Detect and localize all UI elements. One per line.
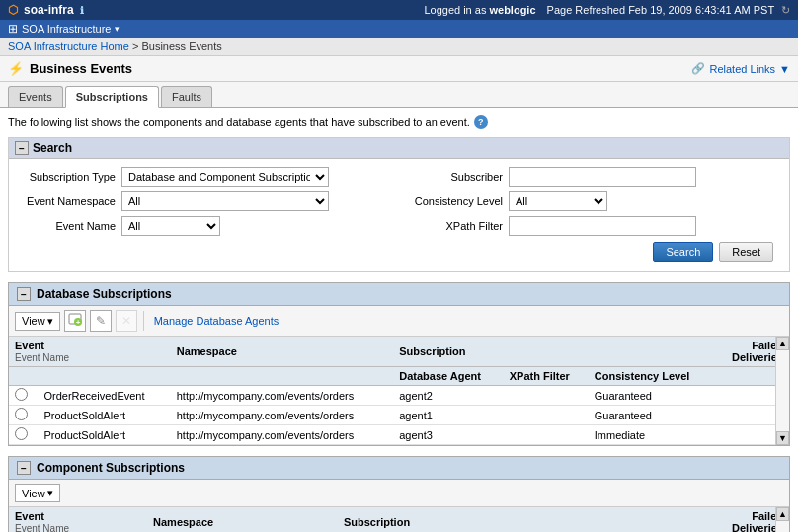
breadcrumb-current: Business Events: [141, 40, 221, 52]
related-links-btn[interactable]: 🔗 Related Links ▼: [691, 62, 790, 75]
soa-grid-icon: ⊞: [8, 22, 18, 36]
row-radio[interactable]: [15, 388, 28, 401]
comp-subscriptions-title: Component Subscriptions: [37, 461, 185, 475]
row-consistency: Guaranteed: [589, 386, 715, 406]
event-name-label: Event Name: [17, 220, 116, 232]
db-view-arrow[interactable]: ▾: [47, 315, 53, 328]
scroll-up-btn[interactable]: ▲: [776, 337, 789, 350]
consistency-row: Consistency Level All Immediate Guarante…: [404, 191, 781, 211]
th-namespace: Namespace: [171, 337, 393, 367]
manage-db-agents-link[interactable]: Manage Database Agents: [154, 315, 279, 327]
tab-subscriptions[interactable]: Subscriptions: [65, 86, 159, 108]
subscriber-input[interactable]: [509, 167, 696, 187]
row-db-agent: agent3: [393, 425, 504, 445]
related-links-label[interactable]: Related Links: [709, 63, 775, 75]
event-namespace-row: Event Namespace All: [17, 191, 394, 211]
row-checkbox: [9, 386, 38, 406]
event-namespace-select[interactable]: All: [121, 191, 329, 211]
row-checkbox: [9, 425, 38, 445]
related-links-arrow[interactable]: ▼: [779, 63, 790, 75]
comp-view-label: View: [22, 488, 45, 499]
tab-faults[interactable]: Faults: [161, 86, 212, 107]
comp-th-subscription: Subscription: [338, 507, 726, 532]
search-header[interactable]: − Search: [9, 138, 789, 159]
subscriber-label: Subscriber: [404, 171, 503, 183]
row-event-name: ProductSoldAlert: [38, 425, 170, 445]
th-subscription: Subscription: [393, 337, 714, 367]
db-add-icon: +: [68, 313, 82, 330]
soa-icon: ⬡: [8, 3, 18, 17]
comp-subscriptions-header: − Component Subscriptions: [9, 457, 789, 480]
app-info: ⬡ soa-infra ℹ: [8, 3, 84, 17]
db-add-btn[interactable]: +: [64, 310, 86, 332]
db-edit-btn[interactable]: ✎: [90, 310, 112, 332]
link-icon: 🔗: [691, 62, 705, 75]
comp-view-arrow[interactable]: ▾: [47, 487, 53, 499]
sub-header: ⊞ SOA Infrastructure ▾: [0, 20, 798, 38]
search-buttons: Search Reset: [17, 236, 781, 264]
search-form-right: Subscriber Consistency Level All Immedia…: [404, 167, 781, 236]
top-header: ⬡ soa-infra ℹ Logged in as weblogic Page…: [0, 0, 798, 20]
row-event-name: ProductSoldAlert: [38, 406, 170, 425]
svg-text:+: +: [75, 318, 80, 327]
page-title-bar: ⚡ Business Events 🔗 Related Links ▼: [0, 56, 798, 82]
comp-view-dropdown[interactable]: View ▾: [15, 484, 60, 502]
db-scroll[interactable]: ▲ ▼: [775, 337, 789, 445]
comp-scroll-track: [776, 521, 789, 532]
row-event-name: OrderReceivedEvent: [38, 386, 170, 406]
breadcrumb-home[interactable]: SOA Infrastructure Home: [8, 40, 129, 52]
th-consistency: Consistency Level: [589, 367, 715, 386]
subscription-type-row: Subscription Type Database and Component…: [17, 167, 394, 187]
tab-bar: Events Subscriptions Faults: [0, 82, 798, 108]
row-xpath: [504, 386, 589, 406]
soa-nav[interactable]: ⊞ SOA Infrastructure ▾: [8, 22, 120, 36]
db-view-dropdown[interactable]: View ▾: [15, 312, 60, 331]
comp-table-header-row: Event Event Name Namespace Subscription …: [9, 507, 789, 532]
xpath-filter-input[interactable]: [509, 216, 696, 236]
row-checkbox: [9, 406, 38, 425]
comp-collapse-icon[interactable]: −: [17, 461, 31, 475]
db-subscriptions-panel: − Database Subscriptions View ▾ + ✎ ✕ Ma…: [8, 282, 790, 446]
db-delete-btn[interactable]: ✕: [116, 310, 137, 332]
table-row: ProductSoldAlert http://mycompany.com/ev…: [9, 406, 789, 425]
comp-subscriptions-panel: − Component Subscriptions View ▾ Event E…: [8, 456, 790, 532]
comp-scroll-up-btn[interactable]: ▲: [776, 507, 789, 521]
table-row: ProductSoldAlert http://mycompany.com/ev…: [9, 425, 789, 445]
help-icon[interactable]: ?: [474, 115, 488, 129]
table-row: OrderReceivedEvent http://mycompany.com/…: [9, 386, 789, 406]
refresh-icon[interactable]: ↻: [781, 4, 790, 16]
comp-scroll[interactable]: ▲ ▼: [775, 507, 789, 532]
consistency-level-label: Consistency Level: [404, 195, 503, 207]
db-edit-icon: ✎: [96, 314, 106, 328]
comp-th-namespace: Namespace: [147, 507, 338, 532]
row-radio[interactable]: [15, 408, 28, 420]
consistency-level-select[interactable]: All Immediate Guaranteed One And Only On…: [509, 191, 607, 211]
soa-dropdown-label[interactable]: SOA Infrastructure: [22, 23, 111, 35]
main-content: The following list shows the components …: [0, 108, 798, 532]
comp-table-container: Event Event Name Namespace Subscription …: [9, 507, 789, 532]
db-table-header-row: Event Event Name Namespace Subscription …: [9, 337, 789, 367]
tab-events[interactable]: Events: [8, 86, 63, 107]
scroll-down-btn[interactable]: ▼: [776, 431, 789, 445]
page-title: ⚡ Business Events: [8, 61, 132, 76]
breadcrumb-separator: >: [132, 40, 138, 52]
row-radio[interactable]: [15, 427, 28, 440]
th-xpath: XPath Filter: [504, 367, 589, 386]
row-xpath: [504, 406, 589, 425]
xpath-filter-label: XPath Filter: [404, 220, 503, 232]
reset-button[interactable]: Reset: [719, 242, 773, 262]
event-name-row: Event Name All: [17, 216, 394, 236]
th-db-agent: Database Agent: [393, 367, 504, 386]
info-icon[interactable]: ℹ: [80, 5, 84, 16]
subscription-type-select[interactable]: Database and Component Subscriptions Dat…: [121, 167, 329, 187]
dropdown-arrow-icon[interactable]: ▾: [115, 24, 120, 34]
comp-toolbar: View ▾: [9, 480, 789, 507]
username: weblogic: [489, 4, 535, 16]
db-subscriptions-header: − Database Subscriptions: [9, 283, 789, 306]
search-collapse-icon[interactable]: −: [15, 141, 29, 155]
row-consistency: Guaranteed: [589, 406, 715, 425]
db-collapse-icon[interactable]: −: [17, 287, 31, 301]
event-name-select[interactable]: All: [121, 216, 220, 236]
comp-subscriptions-table: Event Event Name Namespace Subscription …: [9, 507, 789, 532]
search-button[interactable]: Search: [653, 242, 713, 262]
